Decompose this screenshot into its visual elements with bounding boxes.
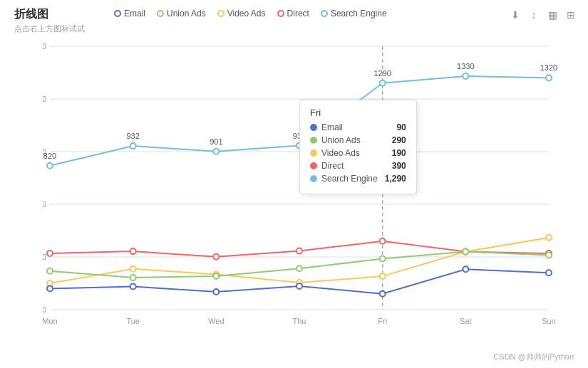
series-dot bbox=[213, 254, 219, 260]
series-dot bbox=[380, 256, 386, 261]
legend: Email Union Ads Video Ads Direct Search … bbox=[114, 9, 387, 19]
legend-label: Video Ads bbox=[227, 9, 266, 19]
legend-label: Union Ads bbox=[167, 9, 206, 19]
series-dot bbox=[463, 73, 468, 79]
series-dot bbox=[213, 149, 219, 154]
legend-dot bbox=[321, 10, 328, 17]
tooltip-row-left: Video Ads bbox=[310, 148, 360, 158]
y-label: 0 bbox=[43, 305, 46, 314]
tooltip-label: Video Ads bbox=[321, 148, 360, 158]
series-dot bbox=[296, 248, 302, 254]
tooltip-row: Video Ads 190 bbox=[310, 148, 406, 158]
layer-icon[interactable]: ⊞ bbox=[564, 9, 577, 21]
legend-item-search-engine[interactable]: Search Engine bbox=[321, 9, 387, 19]
y-label: 1.2,200 bbox=[43, 95, 46, 103]
tooltip-box: Fri Email 90 Union Ads 290 Video Ads 190… bbox=[299, 100, 417, 194]
legend-item-video-ads[interactable]: Video Ads bbox=[217, 9, 266, 19]
tooltip-dot bbox=[310, 149, 317, 157]
y-label: 1.5,500 bbox=[43, 42, 46, 51]
x-label: Fri bbox=[378, 317, 387, 325]
legend-item-direct[interactable]: Direct bbox=[277, 9, 309, 19]
x-label: Sat bbox=[460, 317, 472, 325]
tooltip-value: 290 bbox=[392, 135, 406, 145]
legend-dot bbox=[114, 10, 121, 17]
series-dot bbox=[130, 283, 136, 289]
tooltip-row: Search Engine 1,290 bbox=[310, 174, 406, 184]
series-dot bbox=[47, 163, 53, 169]
legend-dot bbox=[277, 10, 284, 17]
series-dot bbox=[130, 248, 136, 254]
series-dot bbox=[546, 253, 552, 258]
series-dot bbox=[463, 266, 468, 272]
series-dot bbox=[47, 268, 53, 274]
tooltip-value: 1,290 bbox=[385, 174, 406, 184]
series-dot bbox=[296, 266, 302, 271]
download-icon[interactable]: ⬇ bbox=[509, 9, 522, 21]
toolbar: ⬇↕▦⊞ bbox=[509, 9, 577, 21]
legend-item-union-ads[interactable]: Union Ads bbox=[157, 9, 206, 19]
series-dot bbox=[463, 249, 468, 255]
x-label: Wed bbox=[208, 317, 224, 325]
series-dot bbox=[130, 275, 136, 280]
tooltip-value: 190 bbox=[392, 148, 406, 158]
tooltip-label: Direct bbox=[321, 161, 344, 171]
data-label: 1290 bbox=[373, 69, 391, 78]
tooltip-row: Email 90 bbox=[310, 122, 406, 132]
tooltip-dot bbox=[310, 162, 317, 169]
series-dot bbox=[546, 235, 552, 241]
x-label: Thu bbox=[293, 317, 306, 325]
series-dot bbox=[130, 143, 136, 149]
series-dot bbox=[47, 285, 53, 291]
watermark: CSDN @帅帅的Python bbox=[493, 352, 574, 362]
tooltip-row-left: Email bbox=[310, 122, 343, 132]
data-label: 1320 bbox=[540, 63, 557, 72]
tooltip-row-left: Direct bbox=[310, 161, 344, 171]
legend-dot bbox=[157, 10, 164, 17]
tooltip-title: Fri bbox=[310, 107, 406, 118]
series-dot bbox=[47, 251, 53, 256]
y-label: 300 bbox=[43, 253, 46, 261]
tooltip-label: Email bbox=[321, 122, 343, 132]
x-label: Mon bbox=[43, 317, 58, 325]
series-dot bbox=[546, 75, 552, 80]
tooltip-dot bbox=[310, 124, 317, 131]
title-area: 折线图 点击右上方图标试试 bbox=[14, 7, 85, 34]
series-dot bbox=[213, 289, 219, 295]
series-dot bbox=[380, 273, 386, 279]
series-dot bbox=[213, 273, 219, 279]
legend-dot bbox=[217, 10, 225, 17]
data-label: 932 bbox=[126, 132, 139, 140]
series-dot bbox=[130, 266, 136, 272]
tooltip-row-left: Union Ads bbox=[310, 135, 361, 145]
chart-container: 折线图 点击右上方图标试试 Email Union Ads Video Ads … bbox=[0, 0, 588, 368]
series-dot bbox=[380, 80, 386, 86]
legend-item-email[interactable]: Email bbox=[114, 9, 145, 19]
wave-icon[interactable]: ↕ bbox=[527, 9, 540, 21]
series-dot bbox=[380, 238, 386, 244]
tooltip-value: 90 bbox=[396, 122, 406, 132]
tooltip-dot bbox=[310, 175, 317, 182]
tooltip-row-left: Search Engine bbox=[310, 174, 378, 184]
series-dot bbox=[296, 283, 302, 289]
series-line-union-ads bbox=[50, 252, 549, 278]
tooltip-dot bbox=[310, 137, 317, 144]
legend-label: Email bbox=[124, 9, 145, 19]
chart-title: 折线图 bbox=[14, 7, 85, 22]
bar-icon[interactable]: ▦ bbox=[546, 9, 559, 21]
series-dot bbox=[546, 270, 552, 275]
tooltip-rows: Email 90 Union Ads 290 Video Ads 190 Dir… bbox=[310, 122, 406, 184]
data-label: 820 bbox=[43, 152, 56, 160]
series-dot bbox=[380, 291, 386, 297]
x-label: Tue bbox=[126, 317, 140, 325]
tooltip-row: Direct 390 bbox=[310, 161, 406, 171]
x-label: Sun bbox=[542, 317, 556, 325]
legend-label: Direct bbox=[287, 9, 309, 19]
data-label: 1330 bbox=[457, 62, 474, 70]
legend-label: Search Engine bbox=[331, 9, 387, 19]
y-label: 600 bbox=[43, 200, 46, 209]
tooltip-label: Search Engine bbox=[321, 174, 378, 184]
tooltip-value: 390 bbox=[392, 161, 406, 171]
tooltip-row: Union Ads 290 bbox=[310, 135, 406, 145]
data-label: 901 bbox=[210, 137, 222, 146]
tooltip-label: Union Ads bbox=[321, 135, 361, 145]
